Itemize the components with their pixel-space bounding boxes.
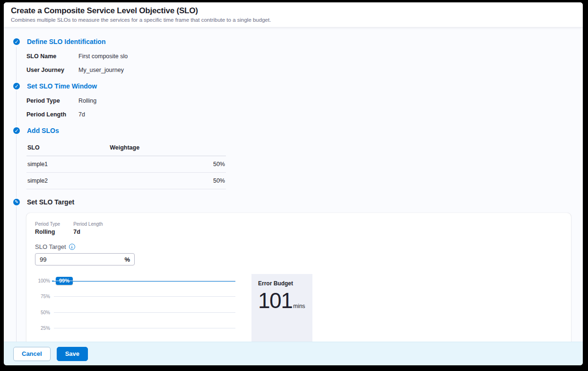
action-footer: Cancel Save <box>4 342 583 365</box>
slo-name-cell: simple2 <box>26 173 109 189</box>
stepper-connector-line <box>16 47 17 342</box>
field-label: User Journey <box>26 66 78 74</box>
field-value: First composite slo <box>78 53 128 60</box>
table-row: simple1 50% <box>26 156 226 173</box>
table-header-row: SLO Weightage <box>26 141 226 156</box>
field-period-length: Period Length 7d <box>26 111 583 118</box>
step-title: Set SLO Time Window <box>27 82 97 90</box>
field-slo-name: SLO Name First composite slo <box>26 53 583 60</box>
field-value: 7d <box>78 111 85 118</box>
slo-target-card: Period Type Rolling Period Length 7d SLO… <box>26 213 571 342</box>
slo-target-plot: 99% 100%75%50%25%0% <box>35 274 235 342</box>
slo-name-cell: simple1 <box>26 156 109 173</box>
step-complete-check-icon: ✓ <box>12 126 21 135</box>
slo-weightage-table: SLO Weightage simple1 50% simple2 50% <box>26 141 226 189</box>
slo-target-input[interactable]: 99 % <box>35 253 135 265</box>
cancel-button[interactable]: Cancel <box>13 347 51 361</box>
step-complete-check-icon: ✓ <box>12 37 21 46</box>
error-budget-card: Error Budget 101 mins <box>251 274 312 342</box>
slo-target-input-value: 99 <box>40 256 46 263</box>
percent-suffix: % <box>124 256 130 263</box>
step-title: Add SLOs <box>27 127 59 134</box>
step-complete-check-icon: ✓ <box>12 82 21 90</box>
period-length-block: Period Length 7d <box>73 221 103 235</box>
step-title: Set SLO Target <box>27 198 74 206</box>
field-period-type: Period Type Rolling <box>26 97 583 105</box>
step-2-summary: Period Type Rolling Period Length 7d <box>26 97 583 118</box>
save-button[interactable]: Save <box>57 347 88 361</box>
step-1-summary: SLO Name First composite slo User Journe… <box>26 53 583 74</box>
field-label: Period Type <box>26 97 78 105</box>
target-chart: 99% 100%75%50%25%0% SLI = (SLO1*weightag… <box>35 274 235 342</box>
field-value: Rolling <box>78 97 96 105</box>
step-add-slos[interactable]: ✓ Add SLOs <box>12 126 583 135</box>
column-header-weightage: Weightage <box>109 141 226 156</box>
period-type-block: Period Type Rolling <box>35 221 60 235</box>
period-length-value: 7d <box>73 229 103 235</box>
field-user-journey: User Journey My_user_journey <box>26 66 583 74</box>
info-icon[interactable]: i <box>69 244 75 250</box>
weightage-cell: 50% <box>109 156 226 173</box>
step-set-slo-time-window[interactable]: ✓ Set SLO Time Window <box>12 82 583 90</box>
step-edit-pencil-icon: ✎ <box>12 198 21 206</box>
page-title: Create a Composite Service Level Objecti… <box>11 6 575 16</box>
field-value: My_user_journey <box>78 66 124 74</box>
column-header-slo: SLO <box>26 141 109 156</box>
period-summary: Period Type Rolling Period Length 7d <box>35 221 562 235</box>
period-type-value: Rolling <box>35 229 60 235</box>
y-axis-tick-label: 75% <box>35 294 50 299</box>
period-length-label: Period Length <box>73 221 103 227</box>
error-budget-unit: mins <box>293 303 305 309</box>
target-chart-row: 99% 100%75%50%25%0% SLI = (SLO1*weightag… <box>35 274 562 342</box>
create-composite-slo-panel: Create a Composite Service Level Objecti… <box>4 2 583 365</box>
wizard-body: ✓ Define SLO Identification SLO Name Fir… <box>4 27 583 342</box>
page-header: Create a Composite Service Level Objecti… <box>4 2 583 27</box>
step-set-slo-target[interactable]: ✎ Set SLO Target <box>12 198 583 206</box>
slo-target-label-row: SLO Target i <box>35 243 562 250</box>
gridline <box>54 296 235 297</box>
y-axis-tick-label: 25% <box>35 325 50 330</box>
gridline <box>54 281 235 281</box>
step-define-slo-identification[interactable]: ✓ Define SLO Identification <box>12 37 583 46</box>
error-budget-label: Error Budget <box>258 280 306 287</box>
gridline <box>54 312 235 313</box>
y-axis-tick-label: 50% <box>35 309 50 315</box>
page-subtitle: Combines multiple SLOs to measure the se… <box>11 17 575 23</box>
step-title: Define SLO Identification <box>27 38 105 45</box>
field-label: Period Length <box>26 111 78 118</box>
field-label: SLO Name <box>26 53 78 60</box>
y-axis-tick-label: 100% <box>35 278 50 283</box>
weightage-cell: 50% <box>109 173 226 189</box>
slo-target-label: SLO Target <box>35 243 66 250</box>
period-type-label: Period Type <box>35 221 60 227</box>
gridline <box>54 328 235 328</box>
error-budget-value-row: 101 mins <box>258 290 306 311</box>
table-row: simple2 50% <box>26 173 226 189</box>
error-budget-value: 101 <box>258 290 292 311</box>
